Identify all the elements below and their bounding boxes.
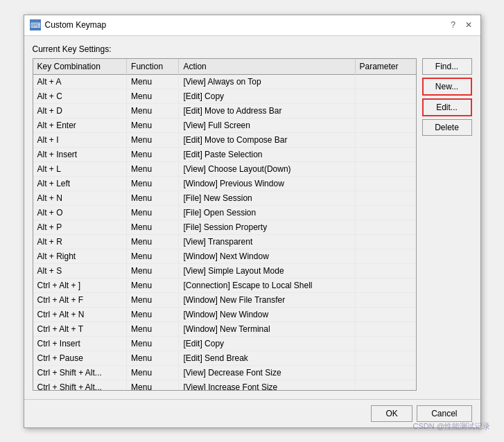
table-header-row: Key Combination Function Action Paramete… xyxy=(33,59,416,75)
table-row[interactable]: Alt + SMenu[View] Simple Layout Mode xyxy=(33,263,416,278)
cell-key: Ctrl + Alt + F xyxy=(33,292,127,307)
cell-parameter xyxy=(355,161,415,176)
cell-function: Menu xyxy=(127,321,179,336)
table-row[interactable]: Ctrl + Alt + TMenu[Window] New Terminal xyxy=(33,321,416,336)
col-header-key: Key Combination xyxy=(33,59,127,75)
cell-function: Menu xyxy=(127,307,179,321)
table-row[interactable]: Alt + RMenu[View] Transparent xyxy=(33,234,416,249)
cell-key: Ctrl + Alt + N xyxy=(33,307,127,321)
cell-parameter xyxy=(355,263,415,278)
table-row[interactable]: Alt + IMenu[Edit] Move to Compose Bar xyxy=(33,132,416,147)
table-row[interactable]: Alt + InsertMenu[Edit] Paste Selection xyxy=(33,147,416,161)
cell-function: Menu xyxy=(127,249,179,263)
cell-key: Alt + A xyxy=(33,74,127,89)
table-row[interactable]: Alt + NMenu[File] New Session xyxy=(33,191,416,205)
table-row[interactable]: Ctrl + Alt + ]Menu[Connection] Escape to… xyxy=(33,278,416,292)
cell-key: Ctrl + Pause xyxy=(33,351,127,365)
col-header-action: Action xyxy=(179,59,355,75)
table-row[interactable]: Ctrl + InsertMenu[Edit] Copy xyxy=(33,336,416,351)
cell-parameter xyxy=(355,234,415,249)
cell-function: Menu xyxy=(127,263,179,278)
cell-parameter xyxy=(355,292,415,307)
cell-function: Menu xyxy=(127,191,179,205)
table-wrapper: Key Combination Function Action Paramete… xyxy=(33,58,417,391)
cell-action: [File] New Session xyxy=(179,191,355,205)
table-row[interactable]: Ctrl + Shift + Alt...Menu[View] Increase… xyxy=(33,380,416,390)
cell-function: Menu xyxy=(127,161,179,176)
cell-function: Menu xyxy=(127,380,179,390)
cell-action: [Edit] Move to Address Bar xyxy=(179,103,355,118)
cell-action: [File] Open Session xyxy=(179,205,355,220)
cell-function: Menu xyxy=(127,220,179,234)
cell-parameter xyxy=(355,321,415,336)
cell-key: Alt + Right xyxy=(33,249,127,263)
help-button[interactable]: ? xyxy=(447,19,460,31)
edit-button[interactable]: Edit... xyxy=(422,98,472,116)
cell-action: [View] Decrease Font Size xyxy=(179,365,355,380)
cell-parameter xyxy=(355,205,415,220)
new-button[interactable]: New... xyxy=(422,78,472,96)
window-title: Custom Keymap xyxy=(45,20,107,30)
delete-button[interactable]: Delete xyxy=(422,119,472,136)
cell-action: [Window] Next Window xyxy=(179,249,355,263)
cell-key: Ctrl + Alt + T xyxy=(33,321,127,336)
title-bar: ⌨ Custom Keymap ? ✕ xyxy=(24,15,480,36)
cell-action: [Edit] Move to Compose Bar xyxy=(179,132,355,147)
cell-action: [View] Transparent xyxy=(179,234,355,249)
ok-button[interactable]: OK xyxy=(371,405,412,422)
cell-key: Alt + S xyxy=(33,263,127,278)
cell-parameter xyxy=(355,336,415,351)
section-label: Current Key Settings: xyxy=(33,44,472,54)
table-row[interactable]: Ctrl + Shift + Alt...Menu[View] Decrease… xyxy=(33,365,416,380)
table-row[interactable]: Ctrl + Alt + NMenu[Window] New Window xyxy=(33,307,416,321)
cell-action: [Connection] Escape to Local Shell xyxy=(179,278,355,292)
table-row[interactable]: Alt + RightMenu[Window] Next Window xyxy=(33,249,416,263)
cell-key: Alt + L xyxy=(33,161,127,176)
cell-parameter xyxy=(355,278,415,292)
table-row[interactable]: Alt + OMenu[File] Open Session xyxy=(33,205,416,220)
table-row[interactable]: Alt + DMenu[Edit] Move to Address Bar xyxy=(33,103,416,118)
table-row[interactable]: Alt + LMenu[View] Choose Layout(Down) xyxy=(33,161,416,176)
table-row[interactable]: Alt + LeftMenu[Window] Previous Window xyxy=(33,176,416,191)
cell-action: [Window] New File Transfer xyxy=(179,292,355,307)
watermark: CSDN @性能测试记录 xyxy=(413,421,490,432)
cell-parameter xyxy=(355,176,415,191)
dialog-body: Current Key Settings: Key Combination Fu… xyxy=(24,36,480,399)
cell-action: [Edit] Send Break xyxy=(179,351,355,365)
cell-parameter xyxy=(355,220,415,234)
cell-key: Ctrl + Shift + Alt... xyxy=(33,380,127,390)
cell-key: Alt + N xyxy=(33,191,127,205)
cell-function: Menu xyxy=(127,147,179,161)
cell-action: [View] Always on Top xyxy=(179,74,355,89)
find-button[interactable]: Find... xyxy=(422,58,472,75)
cell-function: Menu xyxy=(127,176,179,191)
cell-key: Alt + Left xyxy=(33,176,127,191)
cancel-button[interactable]: Cancel xyxy=(417,405,471,422)
cell-parameter xyxy=(355,380,415,390)
cell-action: [Edit] Copy xyxy=(179,336,355,351)
col-header-parameter: Parameter xyxy=(355,59,415,75)
cell-parameter xyxy=(355,249,415,263)
table-row[interactable]: Alt + CMenu[Edit] Copy xyxy=(33,89,416,103)
cell-parameter xyxy=(355,191,415,205)
dialog-window: ⌨ Custom Keymap ? ✕ Current Key Settings… xyxy=(24,15,481,428)
table-body: Alt + AMenu[View] Always on TopAlt + CMe… xyxy=(33,74,416,390)
table-row[interactable]: Alt + EnterMenu[View] Full Screen xyxy=(33,118,416,132)
title-bar-left: ⌨ Custom Keymap xyxy=(30,19,107,30)
close-button[interactable]: ✕ xyxy=(462,19,475,31)
cell-function: Menu xyxy=(127,336,179,351)
cell-action: [File] Session Property xyxy=(179,220,355,234)
cell-parameter xyxy=(355,147,415,161)
cell-function: Menu xyxy=(127,132,179,147)
table-scroll[interactable]: Key Combination Function Action Paramete… xyxy=(33,59,416,390)
table-row[interactable]: Ctrl + PauseMenu[Edit] Send Break xyxy=(33,351,416,365)
cell-parameter xyxy=(355,132,415,147)
cell-key: Alt + Insert xyxy=(33,147,127,161)
table-row[interactable]: Alt + AMenu[View] Always on Top xyxy=(33,74,416,89)
table-row[interactable]: Ctrl + Alt + FMenu[Window] New File Tran… xyxy=(33,292,416,307)
cell-function: Menu xyxy=(127,103,179,118)
table-row[interactable]: Alt + PMenu[File] Session Property xyxy=(33,220,416,234)
title-bar-controls: ? ✕ xyxy=(447,19,475,31)
cell-action: [Edit] Copy xyxy=(179,89,355,103)
cell-action: [Window] New Terminal xyxy=(179,321,355,336)
